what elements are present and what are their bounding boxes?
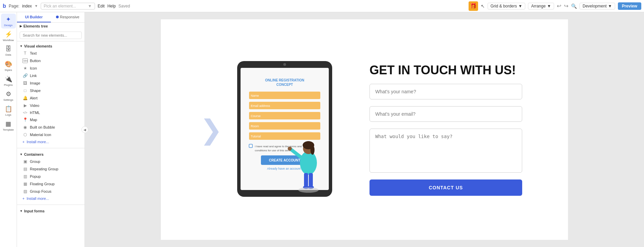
element-icon[interactable]: ★ Icon <box>17 64 84 72</box>
development-button[interactable]: Development ▼ <box>580 3 615 10</box>
icon-icon: ★ <box>22 66 28 71</box>
main-area: ✦ Design ⚡ Workflow 🗄 Data 🎨 Styles 🔌 Pl… <box>0 12 644 247</box>
svg-text:CREATE ACCOUNT: CREATE ACCOUNT <box>269 158 301 162</box>
container-group-focus-label: Group Focus <box>30 189 52 193</box>
logs-icon: 📋 <box>5 105 12 113</box>
shape-icon: □ <box>22 88 28 93</box>
name-input[interactable] <box>370 84 522 99</box>
panel-tabs: UI Builder Responsive <box>17 12 84 23</box>
built-on-bubble-icon: ◉ <box>22 125 28 130</box>
group-icon: ▣ <box>22 159 28 164</box>
styles-icon: 🎨 <box>5 60 12 68</box>
container-popup-label: Popup <box>30 174 41 178</box>
elements-tree-label: Elements tree <box>23 24 48 28</box>
nav-workflow[interactable]: ⚡ Workflow <box>1 28 16 43</box>
edit-button[interactable]: Edit <box>98 4 105 8</box>
alert-icon: 🔔 <box>22 96 28 100</box>
message-textarea[interactable] <box>370 129 522 173</box>
element-picker[interactable]: Pick an element... ▼ <box>41 3 95 10</box>
svg-point-2 <box>283 63 286 66</box>
element-icon-label: Icon <box>30 66 37 70</box>
preview-button[interactable]: Preview <box>618 2 641 10</box>
container-floating-group[interactable]: ▦ Floating Group <box>17 180 84 188</box>
bubble-logo: b <box>3 3 6 9</box>
canvas-content: ❯ ONLINE REGISTRATION CONCEPT <box>161 19 568 240</box>
element-video[interactable]: ▶ Video <box>17 102 84 109</box>
material-icon-icon: ⬡ <box>22 132 28 137</box>
saved-status: Saved <box>118 4 130 8</box>
nav-styles[interactable]: 🎨 Styles <box>1 58 16 73</box>
element-button[interactable]: btn Button <box>17 57 84 64</box>
input-forms-header[interactable]: ▼ Input forms <box>17 208 84 214</box>
tab-responsive[interactable]: Responsive <box>51 12 85 22</box>
element-image[interactable]: 🖼 Image <box>17 79 84 87</box>
containers-section: ▼ Containers ▣ Group ▤ Repeating Group ▥… <box>17 150 84 203</box>
top-bar-left: b Page: index ▼ Pick an element... ▼ Edi… <box>3 3 466 10</box>
nav-data[interactable]: 🗄 Data <box>1 43 16 58</box>
containers-header[interactable]: ▼ Containers <box>17 151 84 158</box>
element-alert-label: Alert <box>30 96 38 100</box>
panel-collapse-handle[interactable]: ◀ <box>81 126 88 133</box>
nav-logs[interactable]: 📋 Logs <box>1 103 16 118</box>
container-repeating-group[interactable]: ▤ Repeating Group <box>17 165 84 173</box>
svg-point-24 <box>310 145 315 155</box>
nav-template[interactable]: ▦ Template <box>1 118 16 133</box>
container-popup[interactable]: ▥ Popup <box>17 173 84 180</box>
email-input[interactable] <box>370 106 522 122</box>
elements-tree-header[interactable]: ▶ Elements tree <box>17 23 84 30</box>
visual-elements-section: ▼ Visual elements T Text btn Button ★ Ic… <box>17 41 84 147</box>
tab-ui-builder[interactable]: UI Builder <box>17 12 51 22</box>
svg-text:I have read and agree to the t: I have read and agree to the terms and <box>255 145 302 148</box>
help-button[interactable]: Help <box>107 4 116 8</box>
redo-button[interactable]: ↪ <box>564 3 568 9</box>
cursor-button[interactable]: ↖ <box>481 3 485 9</box>
visual-elements-arrow: ▼ <box>20 44 23 48</box>
element-map-label: Map <box>30 118 37 122</box>
map-icon: 📍 <box>22 117 28 122</box>
contact-us-button[interactable]: CONTACT US <box>370 179 522 196</box>
search-input[interactable] <box>20 32 82 39</box>
arrange-arrow: ▼ <box>547 4 551 8</box>
visual-install-more[interactable]: + Install more... <box>17 138 84 145</box>
section-divider-1 <box>17 148 84 148</box>
gift-button[interactable]: 🎁 <box>469 1 478 11</box>
container-group[interactable]: ▣ Group <box>17 158 84 165</box>
svg-point-21 <box>300 151 317 175</box>
icon-nav: ✦ Design ⚡ Workflow 🗄 Data 🎨 Styles 🔌 Pl… <box>0 12 17 247</box>
nav-settings[interactable]: ⚙ Settings <box>1 88 16 103</box>
grid-borders-label: Grid & borders <box>491 4 517 8</box>
canvas: ❯ ONLINE REGISTRATION CONCEPT <box>85 12 644 247</box>
element-picker-arrow: ▼ <box>88 4 92 8</box>
button-icon: btn <box>22 58 28 63</box>
svg-text:conditions for use of this ser: conditions for use of this service <box>255 149 293 152</box>
visual-elements-label: Visual elements <box>24 44 52 48</box>
tab-responsive-label: Responsive <box>60 15 79 19</box>
element-text[interactable]: T Text <box>17 50 84 57</box>
containers-install-more[interactable]: + Install more... <box>17 195 84 202</box>
element-shape-label: Shape <box>30 89 41 93</box>
link-icon: 🔗 <box>22 73 28 78</box>
element-shape[interactable]: □ Shape <box>17 87 84 94</box>
arrange-button[interactable]: Arrange ▼ <box>528 3 554 10</box>
container-group-focus[interactable]: ▧ Group Focus <box>17 188 84 195</box>
svg-point-26 <box>288 147 292 151</box>
visual-elements-header[interactable]: ▼ Visual elements <box>17 43 84 50</box>
element-map[interactable]: 📍 Map <box>17 116 84 124</box>
element-html[interactable]: </> HTML <box>17 109 84 116</box>
html-icon: </> <box>22 111 28 114</box>
form-section: GET IN TOUCH WITH US! CONTACT US <box>370 63 522 196</box>
element-alert[interactable]: 🔔 Alert <box>17 94 84 102</box>
section-divider-2 <box>17 205 84 205</box>
left-panel: UI Builder Responsive ▶ Elements tree ▼ … <box>17 12 85 247</box>
nav-design[interactable]: ✦ Design <box>1 14 16 28</box>
grid-borders-button[interactable]: Grid & borders ▼ <box>488 3 526 10</box>
element-built-on-bubble[interactable]: ◉ Built on Bubble <box>17 124 84 131</box>
element-link[interactable]: 🔗 Link <box>17 72 84 79</box>
page-dropdown-icon[interactable]: ▼ <box>35 4 38 8</box>
search-button[interactable]: 🔍 <box>571 3 577 9</box>
nav-plugins[interactable]: 🔌 Plugins <box>1 73 16 88</box>
element-material-icon[interactable]: ⬡ Material Icon <box>17 131 84 138</box>
element-text-label: Text <box>30 51 37 55</box>
containers-arrow: ▼ <box>20 153 23 156</box>
undo-button[interactable]: ↩ <box>557 3 561 9</box>
